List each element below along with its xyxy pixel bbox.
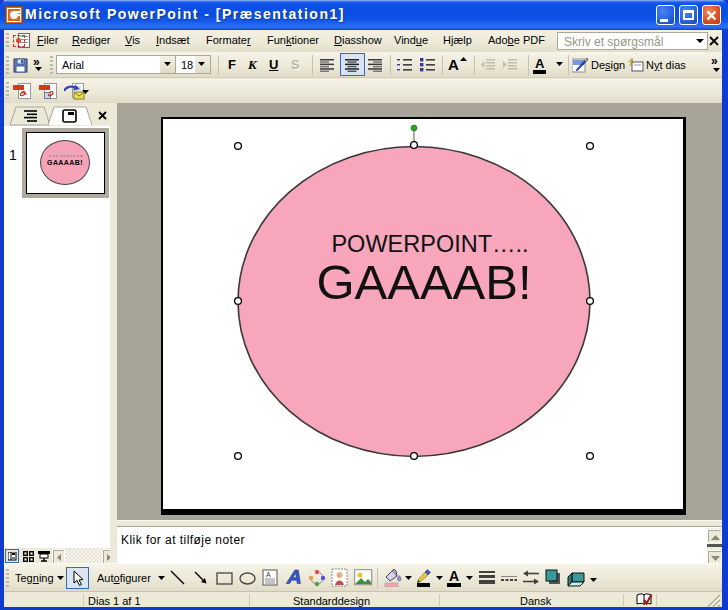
svg-text:A: A <box>266 571 271 578</box>
